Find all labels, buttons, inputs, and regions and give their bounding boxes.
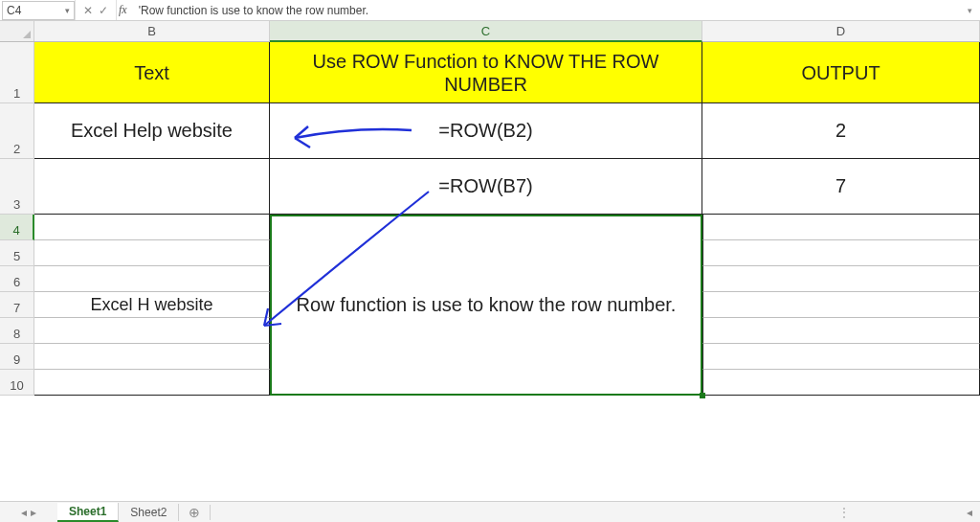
sheet-tab-sheet1[interactable]: Sheet1 (57, 503, 119, 522)
cell-B2[interactable]: Excel Help website (34, 103, 270, 159)
row-header-5[interactable]: 5 (0, 240, 34, 266)
name-box-dropdown-icon[interactable]: ▾ (65, 6, 70, 15)
cell-D4[interactable] (702, 215, 980, 240)
cell-D9[interactable] (702, 344, 980, 370)
cell-B6[interactable] (34, 266, 270, 292)
formula-edit-controls: ✕ ✓ (75, 0, 117, 20)
cell-D3[interactable]: 7 (702, 159, 980, 215)
add-sheet-button[interactable]: ⊕ (179, 505, 211, 520)
spreadsheet-grid[interactable]: 1 Text Use ROW Function to KNOW THE ROW … (0, 42, 980, 396)
row-header-3[interactable]: 3 (0, 159, 34, 215)
sheet-tab-bar: ◂ ▸ Sheet1 Sheet2 ⊕ ⋮ ◂ (0, 501, 980, 522)
fx-icon[interactable]: fx (117, 3, 133, 17)
cell-D2[interactable]: 2 (702, 103, 980, 159)
row-header-2[interactable]: 2 (0, 103, 34, 159)
cell-B4[interactable] (34, 215, 270, 240)
cell-B7[interactable]: Excel H website (34, 292, 270, 318)
name-box-value: C4 (7, 4, 21, 17)
row-header-6[interactable]: 6 (0, 266, 34, 292)
cell-B5[interactable] (34, 240, 270, 266)
cell-D1[interactable]: OUTPUT (702, 42, 980, 103)
cell-C1[interactable]: Use ROW Function to KNOW THE ROW NUMBER (270, 42, 702, 103)
cell-D7[interactable] (702, 292, 980, 318)
sheet-nav-arrows[interactable]: ◂ ▸ (0, 506, 57, 519)
cell-D8[interactable] (702, 318, 980, 344)
cell-D5[interactable] (702, 240, 980, 266)
cell-C3[interactable]: =ROW(B7) (270, 159, 702, 215)
formula-bar: C4 ▾ ✕ ✓ fx 'Row function is use to know… (0, 0, 980, 21)
cell-B10[interactable] (34, 370, 270, 396)
row-header-8[interactable]: 8 (0, 318, 34, 344)
row-header-9[interactable]: 9 (0, 344, 34, 370)
formula-input[interactable]: 'Row function is use to know the row num… (133, 4, 961, 17)
sheet-tab-sheet2[interactable]: Sheet2 (119, 504, 179, 521)
cell-B9[interactable] (34, 344, 270, 370)
accept-icon[interactable]: ✓ (99, 4, 108, 17)
formula-expand-icon[interactable]: ▾ (961, 6, 978, 15)
cell-D6[interactable] (702, 266, 980, 292)
cell-C2[interactable]: =ROW(B2) (270, 103, 702, 159)
name-box[interactable]: C4 ▾ (2, 1, 75, 20)
cell-C4-merged[interactable]: Row function is use to know the row numb… (270, 215, 702, 396)
column-header-D[interactable]: D (702, 21, 980, 41)
cell-D10[interactable] (702, 370, 980, 396)
row-header-1[interactable]: 1 (0, 42, 34, 103)
row-header-7[interactable]: 7 (0, 292, 34, 318)
column-header-C[interactable]: C (270, 21, 702, 42)
column-headers: B C D (0, 21, 980, 42)
row-header-4[interactable]: 4 (0, 215, 34, 240)
row-header-10[interactable]: 10 (0, 370, 34, 396)
cell-B3[interactable] (34, 159, 270, 215)
select-all-corner[interactable] (0, 21, 34, 41)
column-header-B[interactable]: B (34, 21, 270, 41)
cell-B1[interactable]: Text (34, 42, 270, 103)
cell-B8[interactable] (34, 318, 270, 344)
hscroll-left-icon[interactable]: ◂ (967, 506, 980, 519)
cancel-icon[interactable]: ✕ (83, 4, 93, 17)
tab-scroll-indicator: ⋮ (838, 506, 967, 519)
